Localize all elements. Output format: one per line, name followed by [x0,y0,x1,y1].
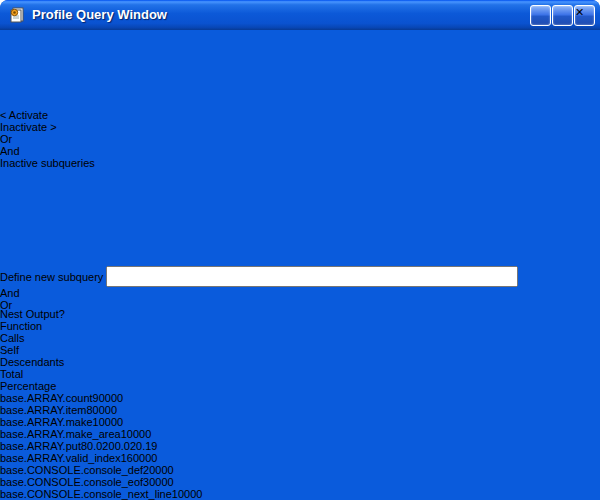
table-row[interactable]: base.ARRAY.count90000 [0,392,600,404]
define-subquery-title: Define new subquery [0,271,103,283]
window-title: Profile Query Window [32,0,167,29]
table-row[interactable]: base.CONSOLE.console_eof30000 [0,476,600,488]
column-header-self[interactable]: Self [0,344,600,356]
subquery-input[interactable] [106,266,518,287]
define-subquery-group: Define new subquery And Or [0,266,584,308]
table-row[interactable]: base.ARRAY.valid_index160000 [0,452,600,464]
value-cell: 0 [117,416,123,428]
table-row[interactable]: base.CONSOLE.console_next_line10000 [0,488,600,500]
table-body: base.ARRAY.count90000base.ARRAY.item8000… [0,392,600,500]
table-row[interactable]: base.ARRAY.put80.0200.020.19 [0,440,600,452]
table-row[interactable]: base.ARRAY.make10000 [0,416,600,428]
profile-query-window: Profile Query Window ✕ Active query call… [0,0,600,500]
function-name: base.ARRAY.make [0,416,93,428]
function-name: base.CONSOLE.console_next_line [0,488,172,500]
function-name: base.CONSOLE.console_eof [0,476,143,488]
inactive-subqueries-header: Inactive subqueries [0,157,248,169]
column-header-function[interactable]: Function [0,320,600,332]
inactivate-button[interactable]: Inactivate > [0,121,74,133]
value-cell: 16 [121,452,133,464]
column-header-calls[interactable]: Calls [0,332,600,344]
column-header-total[interactable]: Total [0,368,600,380]
client-area: Active query calls > 0 < Activate Inacti… [0,0,600,500]
table-row[interactable]: base.ARRAY.item80000 [0,404,600,416]
value-cell: 0 [196,488,202,500]
function-name: base.ARRAY.put [0,440,81,452]
value-cell: 0.02 [87,440,108,452]
table-row[interactable]: base.CONSOLE.console_def20000 [0,464,600,476]
minimize-button[interactable] [530,5,551,26]
column-header-descendants[interactable]: Descendants [0,356,600,368]
function-name: base.ARRAY.valid_index [0,452,121,464]
app-icon [9,7,25,23]
titlebar[interactable]: Profile Query Window ✕ [0,0,600,30]
table-header: Function Calls Self Descendants Total Pe… [0,320,600,392]
inactive-subqueries-panel: Inactive subqueries [0,157,248,266]
value-cell: 0.02 [115,440,136,452]
value-cell: 0 [117,392,123,404]
value-cell: 0 [168,476,174,488]
table-row[interactable]: base.ARRAY.make_area10000 [0,428,600,440]
close-icon: ✕ [575,6,584,18]
value-cell: 0 [111,404,117,416]
column-header-percentage[interactable]: Percentage [0,380,600,392]
function-name: base.ARRAY.item [0,404,86,416]
maximize-button[interactable] [552,5,573,26]
and-transfer-button[interactable]: And [0,145,74,157]
activate-button[interactable]: < Activate [0,109,74,121]
function-name: base.ARRAY.make_area [0,428,121,440]
value-cell: 0.19 [136,440,157,452]
results-table: Function Calls Self Descendants Total Pe… [0,320,600,500]
close-button[interactable]: ✕ [574,5,595,26]
function-name: base.CONSOLE.console_def [0,464,143,476]
subquery-and-button[interactable]: And [0,287,74,299]
function-name: base.ARRAY.count [0,392,93,404]
value-cell: 0 [151,452,157,464]
value-cell: 0 [168,464,174,476]
nest-output-label: Nest Output? [0,308,65,320]
or-transfer-button[interactable]: Or [0,133,74,145]
value-cell: 0 [145,428,151,440]
